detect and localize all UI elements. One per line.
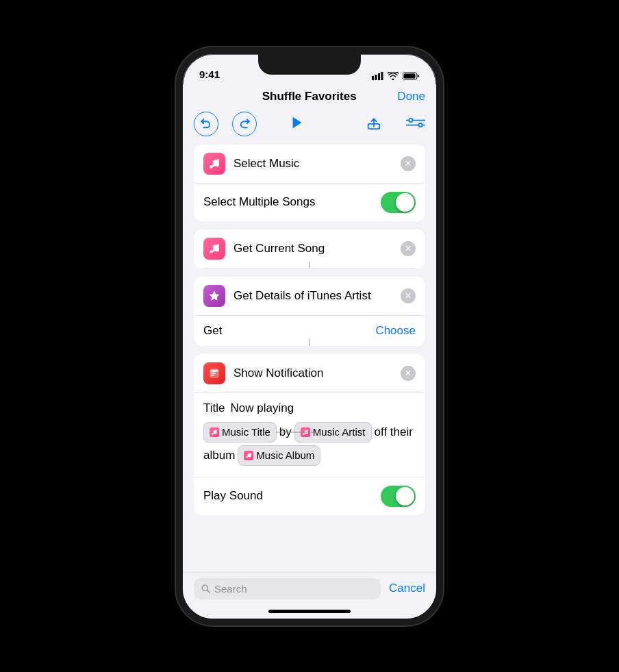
choose-button[interactable]: Choose: [375, 324, 416, 338]
get-details-label: Get Details of iTunes Artist: [233, 289, 401, 303]
share-icon: [366, 115, 381, 130]
svg-line-20: [207, 590, 210, 593]
tooltip-line: [276, 432, 314, 432]
phone-frame: 9:41: [176, 47, 443, 625]
select-multiple-toggle[interactable]: [381, 192, 416, 213]
music-note-icon-2: [208, 242, 220, 255]
undo-icon: [200, 118, 212, 130]
music-album-token-label: Music Album: [256, 447, 314, 464]
select-multiple-row: Select Multiple Songs: [194, 183, 425, 221]
svg-point-9: [418, 123, 422, 126]
get-current-song-label: Get Current Song: [233, 242, 401, 256]
search-input-wrap[interactable]: Search: [194, 578, 381, 599]
svg-rect-17: [211, 373, 216, 374]
music-album-token[interactable]: Music Album: [238, 445, 320, 466]
token-music-title-icon: [210, 427, 219, 437]
battery-icon: [403, 72, 420, 80]
status-icons: [372, 72, 420, 80]
play-icon: [290, 115, 305, 130]
cancel-button[interactable]: Cancel: [389, 582, 425, 595]
select-multiple-label: Select Multiple Songs: [203, 195, 381, 209]
home-indicator: [268, 610, 351, 613]
svg-rect-16: [211, 369, 218, 371]
nav-title: Shuffle Favorites: [221, 90, 397, 103]
select-music-label: Select Music: [233, 157, 401, 171]
show-notification-close[interactable]: [401, 366, 416, 381]
main-content: Shuffle Favorites Done: [183, 84, 436, 619]
notification-body: Title Now playing Music Title: [194, 393, 425, 477]
svg-rect-2: [378, 73, 380, 80]
toolbar: [183, 109, 436, 145]
redo-button[interactable]: [232, 112, 257, 136]
play-button[interactable]: [290, 115, 305, 133]
title-row: Title Now playing: [203, 401, 416, 415]
get-current-song-close[interactable]: [401, 241, 416, 256]
music-title-token-label: Music Title: [222, 424, 270, 440]
scroll-area[interactable]: Select Music Select Multiple Songs: [183, 145, 436, 567]
show-notification-row: Show Notification: [194, 354, 425, 393]
svg-rect-3: [381, 72, 383, 80]
album-text: album: [203, 446, 235, 464]
show-notification-label: Show Notification: [233, 366, 401, 380]
share-button[interactable]: [366, 115, 381, 133]
svg-marker-6: [293, 116, 302, 128]
svg-rect-1: [375, 75, 377, 80]
search-placeholder: Search: [214, 583, 247, 595]
play-sound-label: Play Sound: [203, 489, 263, 503]
settings-icon: [406, 115, 425, 130]
svg-rect-0: [372, 76, 374, 80]
star-icon: [208, 290, 220, 302]
notch: [258, 54, 361, 75]
body-text: Music Title by Music Artist off their: [203, 422, 416, 466]
play-sound-toggle[interactable]: [381, 486, 416, 507]
svg-rect-5: [404, 73, 416, 78]
done-button[interactable]: Done: [397, 90, 425, 103]
select-music-card: Select Music Select Multiple Songs: [194, 145, 425, 221]
music-artist-token-label: Music Artist: [313, 424, 366, 440]
off-text: off their: [375, 423, 413, 441]
svg-marker-14: [210, 290, 220, 300]
get-label: Get: [203, 324, 222, 338]
play-sound-row: Play Sound: [194, 477, 425, 515]
get-current-song-icon: [203, 238, 225, 260]
connector-line-2: [309, 339, 310, 346]
select-music-close[interactable]: [401, 156, 416, 171]
get-current-song-card: Get Current Song: [194, 229, 425, 269]
title-label: Title: [203, 401, 225, 415]
show-notification-icon: [203, 362, 225, 384]
select-music-icon: [203, 153, 225, 175]
status-time: 9:41: [199, 69, 220, 80]
get-details-row: Get Details of iTunes Artist: [194, 277, 425, 315]
title-value: Now playing: [231, 401, 294, 415]
nav-bar: Shuffle Favorites Done: [183, 84, 436, 109]
toggle-knob: [396, 193, 414, 212]
select-music-row: Select Music: [194, 145, 425, 183]
notification-icon: [208, 367, 220, 379]
signal-icon: [372, 72, 383, 80]
show-notification-card: Show Notification Title Now playing: [194, 354, 425, 515]
wifi-icon: [388, 72, 399, 80]
get-details-close[interactable]: [401, 288, 416, 303]
music-note-icon: [208, 158, 220, 170]
play-sound-toggle-knob: [396, 487, 414, 506]
undo-button[interactable]: [194, 112, 218, 136]
music-title-token[interactable]: Music Title: [203, 422, 277, 443]
settings-button[interactable]: [406, 115, 425, 133]
token-music-album-icon: [244, 451, 253, 460]
svg-point-8: [409, 118, 412, 121]
get-details-icon: [203, 285, 225, 307]
redo-icon: [238, 118, 251, 130]
svg-rect-18: [211, 375, 214, 376]
search-icon: [201, 584, 210, 593]
connector-line-1: [309, 262, 310, 269]
get-details-card: Get Details of iTunes Artist Get Choose: [194, 277, 425, 346]
